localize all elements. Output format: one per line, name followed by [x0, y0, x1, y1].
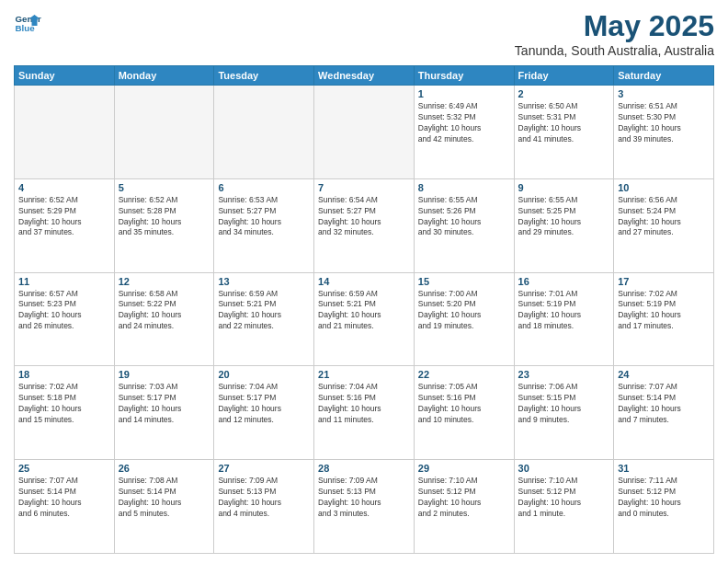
- day-info: Sunrise: 7:04 AM Sunset: 5:17 PM Dayligh…: [218, 382, 310, 426]
- day-info: Sunrise: 7:10 AM Sunset: 5:12 PM Dayligh…: [518, 476, 610, 520]
- day-cell-4-1: 26Sunrise: 7:08 AM Sunset: 5:14 PM Dayli…: [114, 460, 214, 554]
- day-number: 31: [618, 463, 710, 474]
- header: General Blue May 2025 Tanunda, South Aus…: [14, 9, 714, 58]
- day-cell-2-6: 17Sunrise: 7:02 AM Sunset: 5:19 PM Dayli…: [614, 272, 714, 366]
- day-cell-3-3: 21Sunrise: 7:04 AM Sunset: 5:16 PM Dayli…: [314, 366, 415, 460]
- page: General Blue May 2025 Tanunda, South Aus…: [0, 0, 728, 563]
- day-number: 24: [618, 369, 710, 380]
- day-cell-2-0: 11Sunrise: 6:57 AM Sunset: 5:23 PM Dayli…: [15, 272, 115, 366]
- header-monday: Monday: [114, 66, 214, 86]
- day-info: Sunrise: 6:51 AM Sunset: 5:30 PM Dayligh…: [618, 101, 710, 145]
- day-info: Sunrise: 7:09 AM Sunset: 5:13 PM Dayligh…: [218, 476, 310, 520]
- day-number: 25: [18, 463, 110, 474]
- day-number: 10: [618, 182, 710, 193]
- sub-title: Tanunda, South Australia, Australia: [515, 43, 714, 58]
- weekday-header-row: Sunday Monday Tuesday Wednesday Thursday…: [15, 66, 714, 86]
- day-number: 23: [518, 369, 610, 380]
- day-number: 28: [318, 463, 410, 474]
- day-number: 2: [518, 88, 610, 99]
- day-cell-3-4: 22Sunrise: 7:05 AM Sunset: 5:16 PM Dayli…: [414, 366, 514, 460]
- day-cell-0-6: 3Sunrise: 6:51 AM Sunset: 5:30 PM Daylig…: [614, 86, 714, 179]
- day-cell-3-0: 18Sunrise: 7:02 AM Sunset: 5:18 PM Dayli…: [15, 366, 115, 460]
- day-info: Sunrise: 7:02 AM Sunset: 5:19 PM Dayligh…: [618, 289, 710, 333]
- day-number: 27: [218, 463, 310, 474]
- day-cell-4-3: 28Sunrise: 7:09 AM Sunset: 5:13 PM Dayli…: [314, 460, 415, 554]
- day-number: 8: [418, 182, 510, 193]
- day-info: Sunrise: 7:00 AM Sunset: 5:20 PM Dayligh…: [418, 289, 510, 333]
- day-number: 5: [119, 182, 210, 193]
- day-cell-1-5: 9Sunrise: 6:55 AM Sunset: 5:25 PM Daylig…: [514, 178, 614, 272]
- day-cell-1-3: 7Sunrise: 6:54 AM Sunset: 5:27 PM Daylig…: [314, 178, 415, 272]
- day-info: Sunrise: 6:52 AM Sunset: 5:28 PM Dayligh…: [119, 195, 210, 239]
- week-row-5: 25Sunrise: 7:07 AM Sunset: 5:14 PM Dayli…: [15, 460, 714, 554]
- day-info: Sunrise: 6:49 AM Sunset: 5:32 PM Dayligh…: [418, 101, 510, 145]
- header-wednesday: Wednesday: [314, 66, 415, 86]
- day-info: Sunrise: 6:59 AM Sunset: 5:21 PM Dayligh…: [218, 289, 310, 333]
- week-row-3: 11Sunrise: 6:57 AM Sunset: 5:23 PM Dayli…: [15, 272, 714, 366]
- logo-icon: General Blue: [14, 9, 41, 37]
- day-info: Sunrise: 6:56 AM Sunset: 5:24 PM Dayligh…: [618, 195, 710, 239]
- day-info: Sunrise: 6:50 AM Sunset: 5:31 PM Dayligh…: [518, 101, 610, 145]
- day-info: Sunrise: 6:52 AM Sunset: 5:29 PM Dayligh…: [18, 195, 110, 239]
- day-cell-0-2: [214, 86, 314, 179]
- day-info: Sunrise: 7:07 AM Sunset: 5:14 PM Dayligh…: [618, 382, 710, 426]
- day-cell-2-4: 15Sunrise: 7:00 AM Sunset: 5:20 PM Dayli…: [414, 272, 514, 366]
- day-cell-2-2: 13Sunrise: 6:59 AM Sunset: 5:21 PM Dayli…: [214, 272, 314, 366]
- day-cell-3-1: 19Sunrise: 7:03 AM Sunset: 5:17 PM Dayli…: [114, 366, 214, 460]
- day-info: Sunrise: 6:54 AM Sunset: 5:27 PM Dayligh…: [318, 195, 410, 239]
- day-cell-0-4: 1Sunrise: 6:49 AM Sunset: 5:32 PM Daylig…: [414, 86, 514, 179]
- day-number: 9: [518, 182, 610, 193]
- day-cell-3-6: 24Sunrise: 7:07 AM Sunset: 5:14 PM Dayli…: [614, 366, 714, 460]
- day-info: Sunrise: 7:05 AM Sunset: 5:16 PM Dayligh…: [418, 382, 510, 426]
- day-number: 7: [318, 182, 410, 193]
- day-info: Sunrise: 7:08 AM Sunset: 5:14 PM Dayligh…: [119, 476, 210, 520]
- day-info: Sunrise: 6:55 AM Sunset: 5:26 PM Dayligh…: [418, 195, 510, 239]
- day-info: Sunrise: 6:59 AM Sunset: 5:21 PM Dayligh…: [318, 289, 410, 333]
- day-cell-4-0: 25Sunrise: 7:07 AM Sunset: 5:14 PM Dayli…: [15, 460, 115, 554]
- day-info: Sunrise: 7:09 AM Sunset: 5:13 PM Dayligh…: [318, 476, 410, 520]
- calendar-table: Sunday Monday Tuesday Wednesday Thursday…: [14, 65, 714, 554]
- day-info: Sunrise: 7:07 AM Sunset: 5:14 PM Dayligh…: [18, 476, 110, 520]
- day-cell-1-4: 8Sunrise: 6:55 AM Sunset: 5:26 PM Daylig…: [414, 178, 514, 272]
- week-row-2: 4Sunrise: 6:52 AM Sunset: 5:29 PM Daylig…: [15, 178, 714, 272]
- header-tuesday: Tuesday: [214, 66, 314, 86]
- day-info: Sunrise: 7:01 AM Sunset: 5:19 PM Dayligh…: [518, 289, 610, 333]
- day-info: Sunrise: 7:06 AM Sunset: 5:15 PM Dayligh…: [518, 382, 610, 426]
- day-number: 13: [218, 276, 310, 287]
- day-cell-0-0: [15, 86, 115, 179]
- day-info: Sunrise: 6:55 AM Sunset: 5:25 PM Dayligh…: [518, 195, 610, 239]
- day-number: 12: [119, 276, 210, 287]
- day-cell-0-1: [114, 86, 214, 179]
- day-number: 15: [418, 276, 510, 287]
- day-number: 16: [518, 276, 610, 287]
- day-info: Sunrise: 7:03 AM Sunset: 5:17 PM Dayligh…: [119, 382, 210, 426]
- day-cell-0-5: 2Sunrise: 6:50 AM Sunset: 5:31 PM Daylig…: [514, 86, 614, 179]
- day-info: Sunrise: 7:02 AM Sunset: 5:18 PM Dayligh…: [18, 382, 110, 426]
- header-sunday: Sunday: [15, 66, 115, 86]
- day-cell-2-5: 16Sunrise: 7:01 AM Sunset: 5:19 PM Dayli…: [514, 272, 614, 366]
- day-number: 20: [218, 369, 310, 380]
- day-number: 26: [119, 463, 210, 474]
- main-title: May 2025: [515, 9, 714, 43]
- day-cell-3-5: 23Sunrise: 7:06 AM Sunset: 5:15 PM Dayli…: [514, 366, 614, 460]
- day-cell-1-2: 6Sunrise: 6:53 AM Sunset: 5:27 PM Daylig…: [214, 178, 314, 272]
- day-info: Sunrise: 6:58 AM Sunset: 5:22 PM Dayligh…: [119, 289, 210, 333]
- day-cell-2-1: 12Sunrise: 6:58 AM Sunset: 5:22 PM Dayli…: [114, 272, 214, 366]
- day-info: Sunrise: 7:10 AM Sunset: 5:12 PM Dayligh…: [418, 476, 510, 520]
- day-cell-4-6: 31Sunrise: 7:11 AM Sunset: 5:12 PM Dayli…: [614, 460, 714, 554]
- day-cell-4-4: 29Sunrise: 7:10 AM Sunset: 5:12 PM Dayli…: [414, 460, 514, 554]
- day-cell-3-2: 20Sunrise: 7:04 AM Sunset: 5:17 PM Dayli…: [214, 366, 314, 460]
- header-thursday: Thursday: [414, 66, 514, 86]
- day-info: Sunrise: 6:53 AM Sunset: 5:27 PM Dayligh…: [218, 195, 310, 239]
- day-cell-2-3: 14Sunrise: 6:59 AM Sunset: 5:21 PM Dayli…: [314, 272, 415, 366]
- day-number: 4: [18, 182, 110, 193]
- day-number: 22: [418, 369, 510, 380]
- day-cell-1-0: 4Sunrise: 6:52 AM Sunset: 5:29 PM Daylig…: [15, 178, 115, 272]
- day-cell-0-3: [314, 86, 415, 179]
- day-number: 18: [18, 369, 110, 380]
- day-number: 11: [18, 276, 110, 287]
- logo: General Blue: [14, 9, 41, 37]
- day-number: 21: [318, 369, 410, 380]
- day-info: Sunrise: 6:57 AM Sunset: 5:23 PM Dayligh…: [18, 289, 110, 333]
- day-info: Sunrise: 7:04 AM Sunset: 5:16 PM Dayligh…: [318, 382, 410, 426]
